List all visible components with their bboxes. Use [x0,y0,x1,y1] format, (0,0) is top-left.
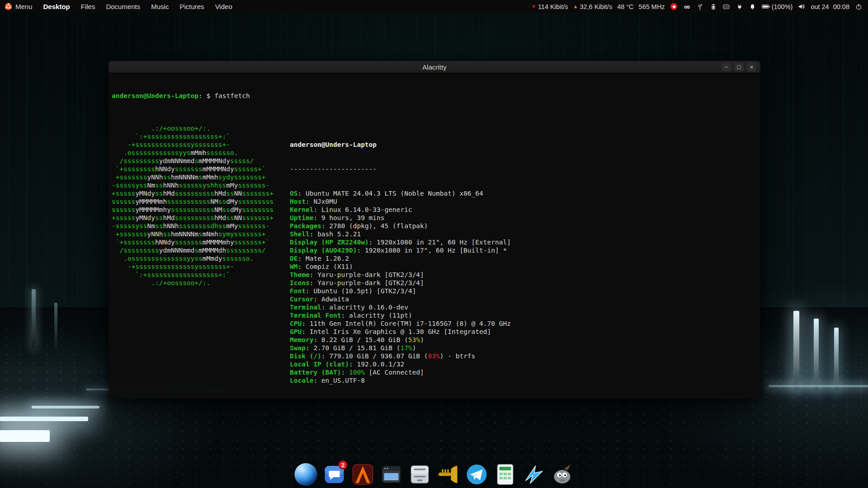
prompt-user: anderson@Unders-Laptop [112,92,198,99]
date-label: out 24 [811,3,829,10]
cpu-freq[interactable]: 565 MHz [639,3,665,10]
top-panel: Menu DesktopFilesDocumentsMusicPicturesV… [0,0,868,13]
info-os: OS: Ubuntu MATE 24.04.3 LTS (Noble Numba… [290,189,511,197]
menu-pictures[interactable]: Pictures [174,0,209,13]
info-kernel: Kernel: Linux 6.14.0-33-generic [290,206,511,214]
menu-documents[interactable]: Documents [100,0,146,13]
info-de: DE: Mate 1.26.2 [290,254,511,263]
dock-web-browser[interactable] [294,462,318,487]
battery-full-icon [762,2,770,11]
ascii-art: .:/+oosssoo+/:. `:+ssssssssssssssssss+:`… [112,124,290,399]
titlebar[interactable]: Alacritty − □ × [108,61,760,73]
dock-telegram[interactable] [465,462,489,487]
net-download-indicator[interactable]: ▼ 114 Kibit/s [531,3,568,10]
fetch-info-lines: OS: Ubuntu MATE 24.04.3 LTS (Noble Numba… [290,189,511,385]
wallpaper-glow-bar [0,417,88,421]
info-host: Host: NJx0MU [290,197,511,206]
info-cursor: Cursor: Adwaita [290,295,511,303]
battery-vertical-icon[interactable] [709,2,717,11]
panel-left: Menu DesktopFilesDocumentsMusicPicturesV… [0,0,238,13]
menu-files[interactable]: Files [75,0,101,13]
command-text: fastfetch [214,92,250,99]
info-gpu: GPU: Intel Iris Xe Graphics @ 1.30 GHz [… [290,328,511,336]
maximize-button[interactable]: □ [734,63,744,71]
fastfetch-output: .:/+oosssoo+/:. `:+ssssssssssssssssss+:`… [112,124,757,399]
wallpaper-glow-pillar [793,311,799,390]
info-disk: Disk (/): 779.10 GiB / 936.07 GiB (83%) … [290,352,511,360]
window-icon [380,463,403,486]
info-theme: Theme: Yaru-purple-dark [GTK2/3/4] [290,271,511,279]
globe-icon [295,463,317,486]
close-button[interactable]: × [747,63,756,71]
info-cpu: CPU: 11th Gen Intel(R) Core(TM) i7-1165G… [290,319,511,328]
upload-arrow-icon: ▲ [573,4,578,9]
menu-video[interactable]: Video [210,0,238,13]
paper-plane-icon [465,463,489,486]
wallpaper-glow-pillar [32,289,36,348]
dock-music-app[interactable] [436,462,461,487]
menu-label: Menu [15,3,33,10]
info-font: Font: Ubuntu (10.5pt) [GTK2/3/4] [290,287,511,295]
info-terminal: Terminal: alacritty 0.16.0-dev [290,303,511,311]
dock-spreadsheet[interactable] [493,462,518,487]
dock-alacritty[interactable] [351,462,375,487]
download-arrow-icon: ▼ [531,4,536,9]
recorder-indicator-icon[interactable] [670,2,678,11]
info-terminal-font: Terminal Font: alacritty (11pt) [290,311,511,319]
wallpaper-glow-pillar [834,328,839,391]
blue-swoosh-icon [522,463,546,486]
dock: 2 [294,462,575,487]
net-down-speed: 114 Kibit/s [538,3,568,10]
info-display-hp-zr2240w: Display (HP ZR2240w): 868x488 in 21", … [290,238,511,246]
info-packages: Packages: 2780 (dpkg), 45 (flatpak) [290,222,511,230]
wallpaper-glow-pillar [814,319,819,391]
info-shell: Shell: bash 5.2.21 [290,230,511,238]
info-swap: Swap: 2.70 GiB / 15.81 GiB (17%) [290,344,511,352]
info-uptime: Uptime: 9 hours, 39 mins [290,214,511,222]
info-battery-bat: Battery (BAT): 100% [AC Connected] [290,368,511,376]
power-connector-icon[interactable] [736,2,744,11]
menu-desktop[interactable]: Desktop [38,0,75,13]
spreadsheet-icon [494,463,517,486]
dock-messaging-app[interactable]: 2 [322,462,347,487]
battery-percent: (100%) [772,3,793,10]
net-up-speed: 32,6 Kibit/s [580,3,612,10]
backup-infinity-icon[interactable]: ∞ [683,2,691,11]
panel-menus: DesktopFilesDocumentsMusicPicturesVideo [38,0,238,13]
usb-indicator-icon[interactable] [696,2,704,11]
alacritty-icon [351,463,375,486]
cpu-temp[interactable]: 48 °C [617,3,633,10]
clock[interactable]: out 24 00:08 [811,3,849,10]
panel-right: ▼ 114 Kibit/s ▲ 32,6 Kibit/s 48 °C 565 M… [531,0,868,13]
dock-archive-manager[interactable] [408,462,432,487]
battery-status[interactable]: (100%) [762,2,793,11]
trumpet-icon [437,463,460,486]
wallpaper-glow-bar [769,385,868,387]
info-icons: Icons: Yaru-purple-dark [GTK2/3/4] [290,279,511,287]
info-memory: Memory: 8.22 GiB / 15.40 GiB (53%) [290,336,511,344]
wallpaper-glow-bar [32,406,99,408]
command-line: anderson@Unders-Laptop: $fastfetch [112,92,757,100]
prompt-suffix: : $ [198,92,210,99]
notifications-bell-icon[interactable] [749,2,757,11]
net-upload-indicator[interactable]: ▲ 32,6 Kibit/s [573,3,613,10]
dock-file-manager[interactable] [379,462,404,487]
fetch-info: anderson@Unders-Laptop -----------------… [290,124,511,399]
dock-graphics-app[interactable] [522,462,546,487]
wallpaper-glow-bar [0,430,50,442]
terminal-content[interactable]: anderson@Unders-Laptop: $fastfetch .:/+o… [108,73,760,399]
menu-music[interactable]: Music [146,0,174,13]
volume-icon[interactable] [797,2,806,11]
wallpaper-glow-pillar [54,303,57,352]
time-label: 00:08 [833,3,849,10]
ubuntu-logo-icon [5,3,12,10]
dock-gimp[interactable] [550,462,575,487]
keyboard-indicator-icon[interactable] [722,2,731,11]
minimize-button[interactable]: − [722,63,731,71]
power-icon[interactable] [854,2,863,11]
info-locale: Locale: en_US.UTF-8 [290,376,511,385]
applications-menu-button[interactable]: Menu [0,0,38,13]
info-display-auo429d: Display (AUO429D): 868x488 in 17", 60 … [290,246,511,254]
window-title: Alacritty [108,63,760,71]
info-wm: WM: Compiz (X11) [290,263,511,271]
